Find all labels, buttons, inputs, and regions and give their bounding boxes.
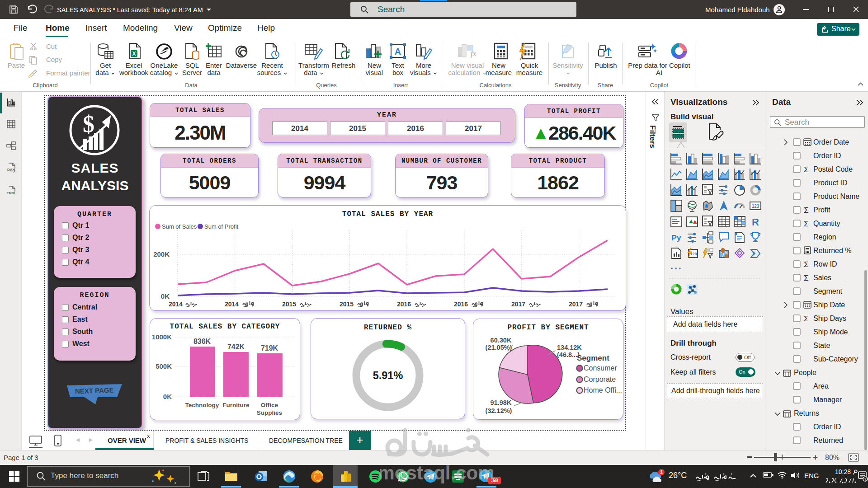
svg-text:Consumer: Consumer [584, 364, 617, 372]
svg-text:134.12K: 134.12K [557, 344, 582, 351]
svg-text:Ship Mode: Ship Mode [813, 328, 848, 336]
svg-text:5.91%: 5.91% [373, 370, 403, 381]
svg-text:Returns: Returns [794, 409, 819, 417]
svg-text:Product ID: Product ID [813, 179, 848, 187]
svg-text:Region: Region [813, 233, 836, 241]
svg-text:836K: 836K [193, 338, 211, 345]
svg-text:2017: 2017 [511, 300, 525, 308]
svg-text:TMDL: TMDL [7, 191, 16, 195]
svg-text:719K: 719K [261, 344, 278, 352]
svg-text:Profit: Profit [813, 206, 830, 214]
svg-text:Order ID: Order ID [813, 423, 841, 431]
svg-text:Order ID: Order ID [813, 152, 841, 160]
svg-text:Σ: Σ [804, 314, 809, 323]
svg-text:Σ: Σ [804, 206, 809, 215]
svg-text:Area: Area [813, 382, 829, 390]
svg-text:Furniture: Furniture [222, 402, 250, 408]
svg-text:Ship Days: Ship Days [813, 314, 846, 322]
svg-text:A: A [395, 47, 401, 56]
svg-text:Product Name: Product Name [813, 192, 859, 200]
svg-text:Corporate: Corporate [584, 375, 616, 383]
svg-text:$: $ [83, 111, 94, 137]
svg-text:State: State [813, 342, 830, 349]
svg-text:Order Date: Order Date [813, 138, 849, 146]
svg-text:Σ: Σ [804, 274, 809, 282]
svg-text:. . .: . . . [671, 263, 681, 270]
svg-text:(32.12%): (32.12%) [486, 407, 512, 414]
svg-text:2016: 2016 [397, 300, 411, 308]
svg-text:Home Offi...: Home Offi... [584, 386, 622, 394]
svg-text:X: X [132, 51, 136, 57]
svg-text:fx: fx [471, 49, 476, 58]
svg-text:(21.05%): (21.05%) [486, 344, 512, 351]
svg-text:Sum of Sales: Sum of Sales [162, 223, 197, 230]
svg-text:2017: 2017 [569, 300, 583, 308]
svg-text:500K: 500K [156, 362, 172, 370]
svg-text:0K: 0K [163, 393, 172, 400]
svg-text:Supplies: Supplies [257, 409, 282, 416]
svg-text:Segment: Segment [813, 287, 843, 295]
svg-text:NEXT PAGE: NEXT PAGE [75, 386, 114, 395]
svg-text:Returned: Returned [813, 436, 843, 444]
svg-text:2015: 2015 [340, 300, 354, 308]
svg-text:Postal Code: Postal Code [813, 165, 853, 173]
svg-text:1000K: 1000K [152, 333, 172, 341]
svg-text:200K: 200K [153, 250, 170, 258]
svg-text:1: 1 [660, 469, 663, 475]
svg-text:Manager: Manager [813, 396, 842, 404]
svg-text:Σ: Σ [804, 260, 809, 269]
svg-text:Σ: Σ [804, 165, 809, 174]
svg-text:2016: 2016 [454, 300, 468, 308]
svg-text:Office: Office [261, 402, 278, 408]
svg-text:Sales: Sales [813, 274, 831, 282]
svg-text:People: People [794, 369, 816, 376]
svg-text:Sum of Profit: Sum of Profit [204, 223, 239, 230]
svg-text:742K: 742K [227, 343, 245, 351]
svg-text:2014: 2014 [225, 300, 239, 308]
svg-text:mostaql.com: mostaql.com [380, 462, 493, 483]
svg-text:Technology: Technology [185, 402, 219, 408]
svg-text:(46.8...): (46.8...) [557, 351, 580, 358]
svg-text:0K: 0K [161, 292, 170, 300]
svg-text:T: T [864, 478, 867, 482]
svg-text:2015: 2015 [282, 300, 296, 308]
svg-text:Quantity: Quantity [813, 220, 840, 227]
svg-text:Returned %: Returned % [813, 247, 852, 254]
svg-text:Sub-Category: Sub-Category [813, 355, 858, 363]
svg-text:2014: 2014 [169, 300, 183, 308]
svg-text:91.98K: 91.98K [491, 399, 512, 406]
svg-text:Σ: Σ [804, 220, 809, 228]
svg-text:Segment: Segment [577, 354, 609, 362]
svg-text:Ship Date: Ship Date [813, 301, 845, 309]
svg-text:Row ID: Row ID [813, 260, 837, 268]
svg-text:60.30K: 60.30K [491, 337, 512, 344]
